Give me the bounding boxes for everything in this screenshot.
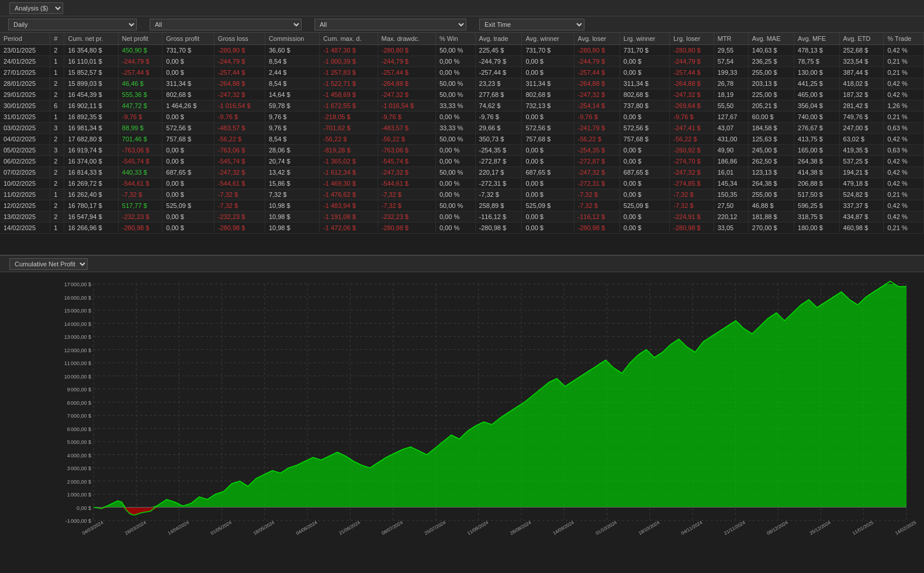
table-cell: -280,98 $ [670, 223, 714, 234]
table-cell: -280,80 $ [670, 45, 714, 56]
table-header-cell: MTR [714, 33, 748, 45]
data-table: Period#Cum. net pr.Net profitGross profi… [0, 33, 924, 234]
table-cell: 0,42 % [884, 167, 924, 178]
table-cell: 15 852,57 $ [64, 67, 118, 78]
longshort-select[interactable]: AllLongShort [150, 19, 302, 30]
svg-text:14/09/2024: 14/09/2024 [552, 520, 575, 536]
table-cell: 07/02/2025 [0, 167, 50, 178]
table-cell: 236,25 $ [748, 56, 794, 67]
table-cell: 757,68 $ [522, 134, 574, 145]
table-cell: 186,86 [714, 156, 748, 167]
table-cell: -1 483,94 $ [320, 200, 378, 211]
svg-text:21/11/2024: 21/11/2024 [723, 520, 746, 536]
table-header-cell: Commission [265, 33, 319, 45]
table-cell: 194,21 $ [839, 167, 884, 178]
table-cell: -218,05 $ [320, 112, 378, 123]
table-row[interactable]: 12/02/2025216 780,17 $517,77 $525,09 $-7… [0, 200, 924, 211]
table-cell: 450,90 $ [118, 45, 162, 56]
table-row[interactable]: 07/02/2025216 814,33 $440,33 $687,65 $-2… [0, 167, 924, 178]
table-cell: 0,00 $ [162, 223, 214, 234]
table-cell: 0,00 % [435, 211, 475, 223]
timebase-select[interactable]: Exit TimeEntry Time [479, 19, 584, 30]
svg-text:15 000,00 $: 15 000,00 $ [64, 308, 91, 314]
table-row[interactable]: 06/02/2025216 374,00 $-545,74 $0,00 $-54… [0, 156, 924, 167]
table-header-cell: # [50, 33, 64, 45]
table-cell: -244,79 $ [378, 56, 435, 67]
table-cell: 537,25 $ [839, 156, 884, 167]
table-cell: -280,98 $ [574, 223, 620, 234]
timebase-group: Exit TimeEntry Time [476, 19, 584, 30]
table-cell: 264,38 $ [794, 156, 839, 167]
table-cell: 1 [50, 223, 64, 234]
table-row[interactable]: 05/02/2025316 919,74 $-763,06 $0,00 $-76… [0, 145, 924, 156]
svg-rect-1 [94, 508, 906, 521]
display-select[interactable]: Analysis ($)Analysis (%)Summary [9, 2, 63, 14]
table-cell: 414,38 $ [794, 167, 839, 178]
table-cell: 50,00 % [435, 89, 475, 100]
table-cell: 180,00 $ [794, 223, 839, 234]
graph-type-select[interactable]: Cumulative Net ProfitNet ProfitDrawdown [9, 258, 88, 270]
table-row[interactable]: 03/02/2025316 981,34 $88,99 $572,56 $-48… [0, 123, 924, 134]
table-cell: 27,50 [714, 200, 748, 211]
table-row[interactable]: 28/01/2025215 899,03 $46,46 $311,34 $-26… [0, 78, 924, 89]
table-cell: -280,80 $ [214, 45, 265, 56]
table-cell: 555,36 $ [118, 89, 162, 100]
table-cell: 311,34 $ [522, 78, 574, 89]
svg-text:08/12/2024: 08/12/2024 [766, 520, 790, 536]
table-cell: 16 892,35 $ [64, 112, 118, 123]
table-cell: -483,57 $ [214, 123, 265, 134]
svg-text:01/05/2024: 01/05/2024 [210, 520, 233, 536]
svg-text:0,00 $: 0,00 $ [77, 505, 91, 511]
table-cell: 05/02/2025 [0, 145, 50, 156]
table-cell: 0,00 $ [162, 211, 214, 223]
period-select[interactable]: DailyWeeklyMonthly [8, 19, 137, 30]
table-row[interactable]: 11/02/2025116 262,40 $-7,32 $0,00 $-7,32… [0, 189, 924, 200]
table-row[interactable]: 13/02/2025216 547,94 $-232,23 $0,00 $-23… [0, 211, 924, 223]
table-cell: -254,35 $ [475, 145, 522, 156]
table-cell: 0,42 % [884, 78, 924, 89]
table-cell: -247,32 $ [670, 167, 714, 178]
svg-text:5 000,00 $: 5 000,00 $ [67, 439, 91, 445]
table-header-cell: Avg. winner [522, 33, 574, 45]
table-header-cell: Avg. ETD [839, 33, 884, 45]
table-cell: 337,37 $ [839, 200, 884, 211]
table-cell: -701,62 $ [320, 123, 378, 134]
table-cell: 0,00 % [435, 56, 475, 67]
table-cell: 0,00 $ [620, 189, 669, 200]
table-cell: 225,00 $ [748, 89, 794, 100]
table-cell: 356,04 $ [794, 100, 839, 112]
svg-text:12 000,00 $: 12 000,00 $ [64, 348, 91, 353]
table-cell: 0,00 $ [522, 223, 574, 234]
table-cell: 479,18 $ [839, 178, 884, 189]
table-row[interactable]: 23/01/2025216 354,80 $450,90 $731,70 $-2… [0, 45, 924, 56]
table-cell: -280,98 $ [214, 223, 265, 234]
table-cell: 206,88 $ [794, 178, 839, 189]
table-cell: 0,00 % [435, 112, 475, 123]
table-cell: 23/01/2025 [0, 45, 50, 56]
table-header-cell: Max. drawdc. [378, 33, 435, 45]
table-row[interactable]: 04/02/2025217 682,80 $701,46 $757,68 $-5… [0, 134, 924, 145]
table-row[interactable]: 30/01/2025616 902,11 $447,72 $1 464,26 $… [0, 100, 924, 112]
table-row[interactable]: 24/01/2025116 110,01 $-244,79 $0,00 $-24… [0, 56, 924, 67]
table-header-cell: Net profit [118, 33, 162, 45]
table-cell: 13/02/2025 [0, 211, 50, 223]
wl-select[interactable]: AllWinnersLosers [314, 19, 466, 30]
table-cell: -544,61 $ [214, 178, 265, 189]
table-cell: -247,32 $ [378, 167, 435, 178]
table-header-cell: Period [0, 33, 50, 45]
table-row[interactable]: 10/02/2025216 269,72 $-544,61 $0,00 $-54… [0, 178, 924, 189]
table-row[interactable]: 27/01/2025115 852,57 $-257,44 $0,00 $-25… [0, 67, 924, 78]
table-cell: 0,00 $ [522, 211, 574, 223]
table-cell: 802,68 $ [522, 89, 574, 100]
table-row[interactable]: 31/01/2025116 892,35 $-9,76 $0,00 $-9,76… [0, 112, 924, 123]
table-cell: 3 [50, 145, 64, 156]
table-cell: 2 [50, 78, 64, 89]
table-cell: -264,88 $ [670, 78, 714, 89]
table-cell: -1 458,69 $ [320, 89, 378, 100]
table-cell: 203,13 $ [748, 78, 794, 89]
longshort-group: AllLongShort [146, 19, 302, 30]
table-row[interactable]: 14/02/2025116 266,96 $-280,98 $0,00 $-28… [0, 223, 924, 234]
table-cell: 27/01/2025 [0, 67, 50, 78]
table-row[interactable]: 29/01/2025216 454,39 $555,36 $802,68 $-2… [0, 89, 924, 100]
table-cell: 187,32 $ [839, 89, 884, 100]
